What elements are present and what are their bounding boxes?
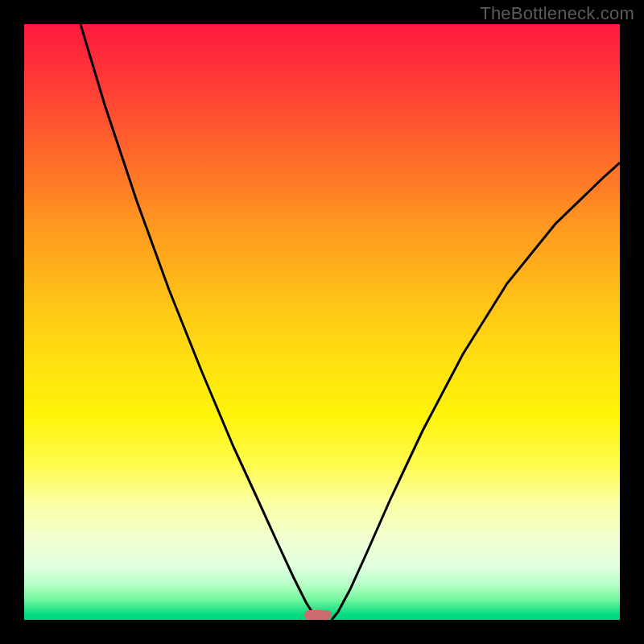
bottleneck-curve xyxy=(24,24,620,620)
chart-frame: TheBottleneck.com xyxy=(0,0,644,644)
curve-left-branch xyxy=(80,24,318,620)
plot-area xyxy=(24,24,620,620)
watermark-text: TheBottleneck.com xyxy=(480,3,634,24)
optimum-marker xyxy=(304,610,332,620)
curve-right-branch xyxy=(332,163,620,620)
